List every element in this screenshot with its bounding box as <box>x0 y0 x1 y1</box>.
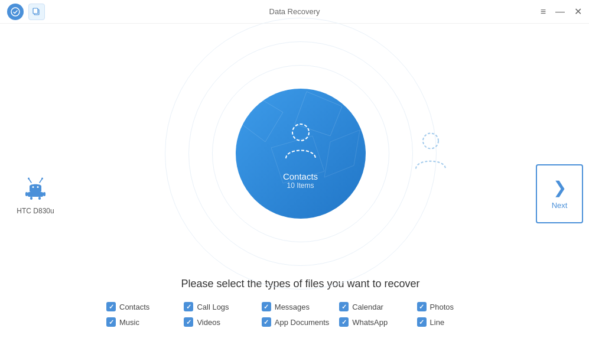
checkbox-label: Photos <box>430 303 454 311</box>
next-button[interactable]: ❯ Next <box>536 164 583 223</box>
checkbox-label: WhatsApp <box>352 318 388 327</box>
svg-point-6 <box>41 178 43 180</box>
svg-rect-2 <box>33 8 38 14</box>
checkbox-icon[interactable] <box>106 302 116 311</box>
checkbox-label: Calendar <box>352 303 383 311</box>
next-button-wrap: ❯ Next <box>530 24 589 364</box>
menu-icon[interactable]: ≡ <box>541 7 546 17</box>
device-icon <box>21 173 50 202</box>
svg-point-14 <box>423 134 438 149</box>
minimize-icon[interactable]: — <box>555 7 565 17</box>
svg-point-15 <box>292 124 309 141</box>
svg-point-4 <box>28 178 30 180</box>
checkbox-icon[interactable] <box>184 317 193 327</box>
sidebar: HTC D830u <box>0 24 71 364</box>
next-chevron-icon: ❯ <box>553 178 567 197</box>
svg-rect-13 <box>38 197 41 200</box>
category-count: 10 Items <box>287 181 314 190</box>
list-item[interactable]: Videos <box>184 317 261 327</box>
checkbox-icon[interactable] <box>417 302 427 311</box>
category-label: Contacts <box>283 171 318 181</box>
center-panel: Contacts 10 Items Please select the type… <box>71 24 530 364</box>
list-item[interactable]: Messages <box>262 302 339 311</box>
main-content: HTC D830u <box>0 24 589 364</box>
person-icon-wrap <box>277 118 324 165</box>
list-item[interactable]: Contacts <box>106 302 184 311</box>
next-label: Next <box>552 201 568 210</box>
svg-point-7 <box>32 186 34 188</box>
window-controls: ≡ — ✕ <box>541 7 582 17</box>
close-icon[interactable]: ✕ <box>574 7 582 17</box>
list-item[interactable]: App Documents <box>262 317 339 327</box>
checkbox-icon[interactable] <box>339 302 349 311</box>
checkbox-label: Messages <box>275 303 310 311</box>
svg-rect-10 <box>25 192 28 196</box>
active-category-circle: Contacts 10 Items <box>236 89 366 219</box>
checkbox-label: Line <box>430 318 445 327</box>
checkbox-icon[interactable] <box>262 302 271 311</box>
checkbox-label: App Documents <box>275 318 330 327</box>
device-name: HTC D830u <box>17 207 54 215</box>
list-item[interactable]: Music <box>106 317 184 327</box>
checkbox-icon[interactable] <box>339 317 349 327</box>
app-logo-icon[interactable] <box>7 4 24 20</box>
checkboxes-grid: ContactsCall LogsMessagesCalendarPhotosM… <box>71 302 530 327</box>
svg-line-5 <box>40 179 42 183</box>
svg-line-3 <box>29 179 31 183</box>
svg-rect-12 <box>30 197 32 200</box>
checkbox-label: Videos <box>197 318 220 327</box>
list-item[interactable]: WhatsApp <box>339 317 416 327</box>
list-item[interactable]: Calendar <box>339 302 416 311</box>
side-person-icon <box>413 131 448 177</box>
titlebar-left <box>7 4 45 20</box>
list-item[interactable]: Line <box>417 317 494 327</box>
checkbox-label: Call Logs <box>197 303 229 311</box>
checkbox-icon[interactable] <box>417 317 427 327</box>
svg-rect-9 <box>28 192 43 197</box>
circles-container: Contacts 10 Items <box>159 41 442 266</box>
svg-point-0 <box>11 8 19 16</box>
list-item[interactable]: Call Logs <box>184 302 261 311</box>
checkbox-icon[interactable] <box>184 302 193 311</box>
checkbox-icon[interactable] <box>262 317 271 327</box>
checkbox-label: Music <box>119 318 139 327</box>
list-item[interactable]: Photos <box>417 302 494 311</box>
copy-icon[interactable] <box>28 4 45 20</box>
svg-point-8 <box>37 186 39 188</box>
window-title: Data Recovery <box>269 7 320 16</box>
checkbox-label: Contacts <box>119 303 149 311</box>
checkbox-icon[interactable] <box>106 317 116 327</box>
svg-rect-11 <box>43 192 45 196</box>
